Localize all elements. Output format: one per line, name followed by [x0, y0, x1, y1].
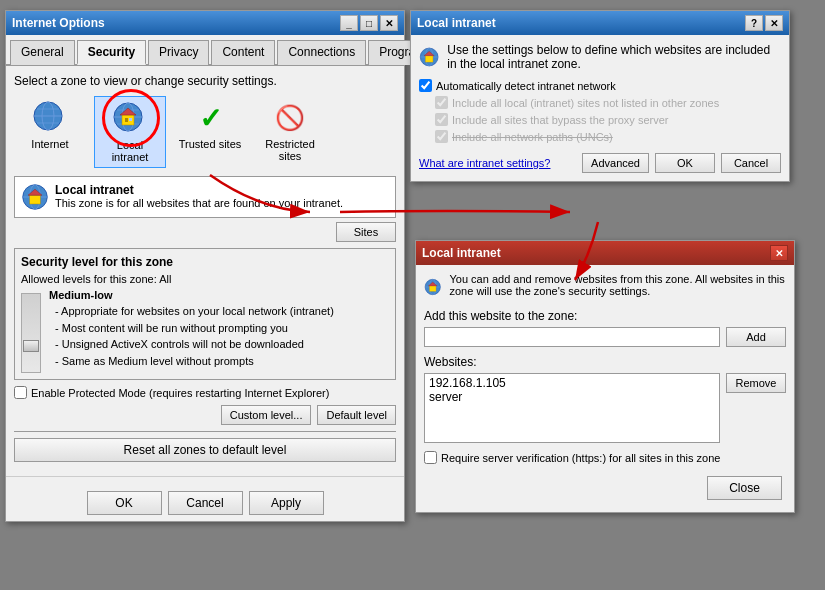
checkmark-icon-trusted: ✓ — [192, 100, 228, 136]
local-intranet-dialog: Local intranet ? ✕ Use the settings belo… — [410, 10, 790, 182]
zone-trusted[interactable]: ✓ Trusted sites — [174, 96, 246, 154]
require-verification-row: Require server verification (https:) for… — [424, 451, 786, 464]
slider-thumb[interactable] — [23, 340, 39, 352]
level-item-1: - Most content will be run without promp… — [55, 320, 389, 337]
include-local-checkbox[interactable] — [435, 96, 448, 109]
allowed-levels-text: Allowed levels for this zone: All — [21, 273, 389, 285]
apply-button-io[interactable]: Apply — [249, 491, 324, 515]
internet-options-title: Internet Options — [12, 16, 105, 30]
minimize-button[interactable]: _ — [340, 15, 358, 31]
add-website-content: You can add and remove websites from thi… — [416, 265, 794, 512]
websites-list[interactable]: 192.168.1.105 server — [424, 373, 720, 443]
website-item-1[interactable]: server — [429, 390, 715, 404]
protected-mode-row: Enable Protected Mode (requires restarti… — [14, 386, 396, 399]
zone-description-box: Local intranet This zone is for all webs… — [14, 176, 396, 218]
intranet-help-button[interactable]: ? — [745, 15, 763, 31]
security-section-title: Security level for this zone — [21, 255, 389, 269]
sites-button[interactable]: Sites — [336, 222, 396, 242]
default-level-button[interactable]: Default level — [317, 405, 396, 425]
zone-internet[interactable]: Internet — [14, 96, 86, 154]
close-button-add[interactable]: Close — [707, 476, 782, 500]
intranet-bottom-row: What are intranet settings? Advanced OK … — [419, 153, 781, 173]
tab-security[interactable]: Security — [77, 40, 146, 65]
security-slider[interactable] — [21, 293, 41, 373]
bottom-bar: OK Cancel Apply — [6, 476, 404, 521]
intranet-close-button[interactable]: ✕ — [765, 15, 783, 31]
globe-icon-intranet — [112, 101, 148, 137]
cancel-button-io[interactable]: Cancel — [168, 491, 243, 515]
internet-options-titlebar[interactable]: Internet Options _ □ ✕ — [6, 11, 404, 35]
svg-rect-17 — [30, 195, 41, 204]
zone-desc-title: Local intranet — [55, 183, 343, 197]
divider — [14, 431, 396, 432]
add-website-icon — [424, 273, 441, 301]
svg-rect-27 — [429, 286, 436, 291]
svg-rect-22 — [425, 56, 433, 62]
noentry-icon-restricted: 🚫 — [272, 100, 308, 136]
tab-connections[interactable]: Connections — [277, 40, 366, 65]
add-website-input[interactable] — [424, 327, 720, 347]
tab-content[interactable]: Content — [211, 40, 275, 65]
protected-mode-checkbox[interactable] — [14, 386, 27, 399]
tab-bar: General Security Privacy Content Connect… — [6, 35, 404, 66]
main-buttons-row: OK Cancel Apply — [12, 491, 398, 515]
reset-all-zones-button[interactable]: Reset all zones to default level — [14, 438, 396, 462]
globe-icon-internet — [32, 100, 68, 136]
zone-internet-label: Internet — [31, 138, 68, 150]
remove-button[interactable]: Remove — [726, 373, 786, 393]
website-item-0[interactable]: 192.168.1.105 — [429, 376, 715, 390]
security-description: Medium-low - Appropriate for websites on… — [49, 289, 389, 369]
level-item-3: - Same as Medium level without prompts — [55, 353, 389, 370]
add-website-titlebar[interactable]: Local intranet ✕ — [416, 241, 794, 265]
intranet-dialog-titlebar[interactable]: Local intranet ? ✕ — [411, 11, 789, 35]
zone-restricted-label: Restricted sites — [258, 138, 322, 162]
include-proxy-label: Include all sites that bypass the proxy … — [452, 114, 668, 126]
websites-label: Websites: — [424, 355, 786, 369]
advanced-button[interactable]: Advanced — [582, 153, 649, 173]
slider-area: Medium-low - Appropriate for websites on… — [21, 289, 389, 373]
add-button[interactable]: Add — [726, 327, 786, 347]
protected-mode-label: Enable Protected Mode (requires restarti… — [31, 387, 329, 399]
security-tab-content: Select a zone to view or change security… — [6, 66, 404, 476]
zone-local-intranet[interactable]: Local intranet — [94, 96, 166, 168]
ok-button-io[interactable]: OK — [87, 491, 162, 515]
add-website-dialog-title: Local intranet — [422, 246, 501, 260]
intranet-dialog-content: Use the settings below to define which w… — [411, 35, 789, 181]
add-website-desc-text: You can add and remove websites from thi… — [449, 273, 786, 301]
level-buttons-row: Custom level... Default level — [14, 405, 396, 425]
include-network-checkbox[interactable] — [435, 130, 448, 143]
tab-privacy[interactable]: Privacy — [148, 40, 209, 65]
level-title: Medium-low — [49, 289, 389, 301]
intranet-action-buttons: Advanced OK Cancel — [582, 153, 781, 173]
websites-list-row: 192.168.1.105 server Remove — [424, 373, 786, 443]
zones-row: Internet — [14, 96, 396, 168]
intranet-desc-icon — [419, 43, 439, 71]
add-website-close-button[interactable]: ✕ — [770, 245, 788, 261]
include-network-label: Include all network paths (UNCs) — [452, 131, 613, 143]
add-website-close-row: Close — [424, 472, 786, 504]
include-local-row: Include all local (intranet) sites not l… — [435, 96, 781, 109]
cancel-button-intranet[interactable]: Cancel — [721, 153, 781, 173]
auto-detect-label: Automatically detect intranet network — [436, 80, 616, 92]
zone-desc-content: Local intranet This zone is for all webs… — [55, 183, 343, 209]
include-proxy-row: Include all sites that bypass the proxy … — [435, 113, 781, 126]
require-verification-checkbox[interactable] — [424, 451, 437, 464]
level-item-2: - Unsigned ActiveX controls will not be … — [55, 336, 389, 353]
maximize-button[interactable]: □ — [360, 15, 378, 31]
what-are-settings-link[interactable]: What are intranet settings? — [419, 157, 550, 169]
svg-rect-12 — [129, 118, 132, 121]
require-verification-label: Require server verification (https:) for… — [441, 452, 720, 464]
ok-button-intranet[interactable]: OK — [655, 153, 715, 173]
close-button-io[interactable]: ✕ — [380, 15, 398, 31]
svg-rect-11 — [125, 118, 128, 122]
tab-general[interactable]: General — [10, 40, 75, 65]
titlebar-buttons: _ □ ✕ — [340, 15, 398, 31]
security-level-section: Security level for this zone Allowed lev… — [14, 248, 396, 380]
add-website-desc-row: You can add and remove websites from thi… — [424, 273, 786, 301]
add-website-dialog: Local intranet ✕ You can add and remove … — [415, 240, 795, 513]
include-proxy-checkbox[interactable] — [435, 113, 448, 126]
auto-detect-checkbox[interactable] — [419, 79, 432, 92]
zone-restricted[interactable]: 🚫 Restricted sites — [254, 96, 326, 166]
custom-level-button[interactable]: Custom level... — [221, 405, 312, 425]
zone-desc-icon — [21, 183, 49, 211]
